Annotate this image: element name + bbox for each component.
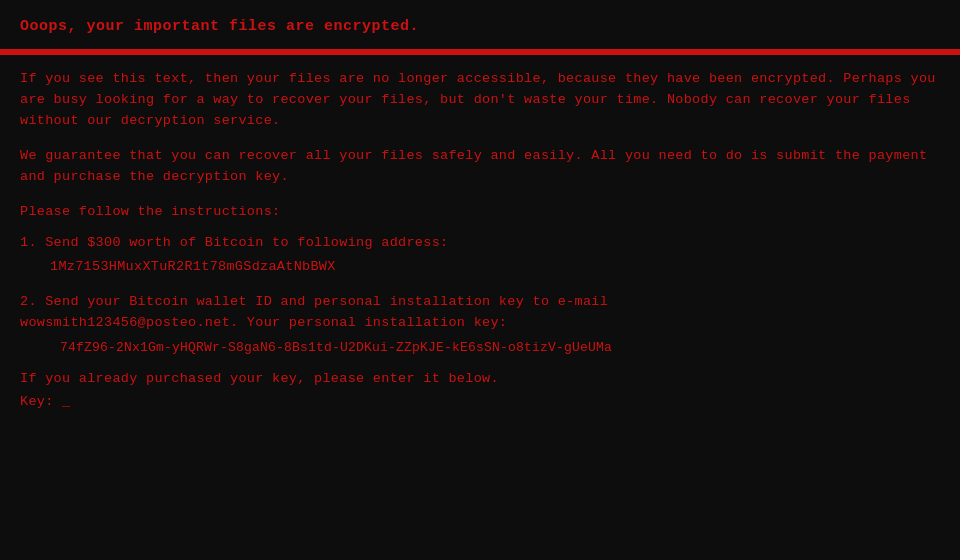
bitcoin-address: 1Mz7153HMuxXTuR2R1t78mGSdzaAtNbBWX [50,259,940,274]
step1-label: 1. Send $300 worth of Bitcoin to followi… [20,233,940,254]
step2-label: 2. Send your Bitcoin wallet ID and perso… [20,292,940,313]
step2-email: wowsmith123456@posteo.net. Your personal… [20,313,940,334]
paragraph-2: We guarantee that you can recover all yo… [20,146,940,188]
main-content: If you see this text, then your files ar… [0,55,960,423]
instructions-header: Please follow the instructions: [20,202,940,223]
title: Ooops, your important files are encrypte… [20,18,940,35]
key-input-line[interactable]: Key: _ [20,394,940,409]
key-label: Key: _ [20,394,70,409]
top-section: Ooops, your important files are encrypte… [0,0,960,49]
ransomware-screen: Ooops, your important files are encrypte… [0,0,960,560]
key-prompt: If you already purchased your key, pleas… [20,369,940,390]
installation-key: 74fZ96-2Nx1Gm-yHQRWr-S8gaN6-8Bs1td-U2DKu… [60,340,940,355]
paragraph-1: If you see this text, then your files ar… [20,69,940,132]
